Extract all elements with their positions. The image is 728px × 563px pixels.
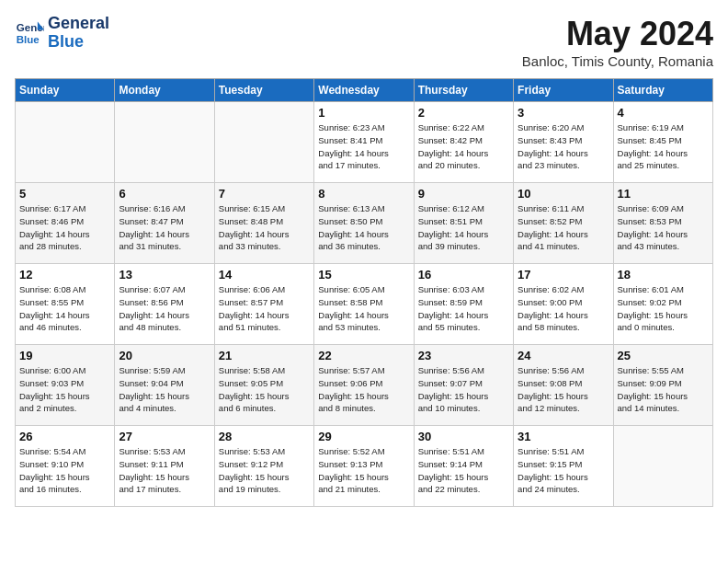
weekday-header-friday: Friday — [514, 79, 613, 102]
day-info: Sunrise: 5:51 AM Sunset: 9:15 PM Dayligh… — [518, 445, 609, 496]
calendar-cell — [214, 102, 313, 183]
calendar-cell: 26Sunrise: 5:54 AM Sunset: 9:10 PM Dayli… — [16, 426, 115, 507]
calendar-cell: 6Sunrise: 6:16 AM Sunset: 8:47 PM Daylig… — [115, 183, 214, 264]
day-number: 16 — [418, 268, 509, 282]
day-number: 11 — [618, 187, 709, 201]
calendar-cell: 8Sunrise: 6:13 AM Sunset: 8:50 PM Daylig… — [314, 183, 414, 264]
day-number: 1 — [318, 106, 409, 120]
day-info: Sunrise: 5:51 AM Sunset: 9:14 PM Dayligh… — [418, 445, 509, 496]
calendar-cell: 28Sunrise: 5:53 AM Sunset: 9:12 PM Dayli… — [214, 426, 313, 507]
day-number: 17 — [518, 268, 609, 282]
day-number: 13 — [119, 268, 210, 282]
calendar-week-row: 1Sunrise: 6:23 AM Sunset: 8:41 PM Daylig… — [16, 102, 713, 183]
calendar-cell: 25Sunrise: 5:55 AM Sunset: 9:09 PM Dayli… — [613, 345, 712, 426]
day-info: Sunrise: 5:59 AM Sunset: 9:04 PM Dayligh… — [119, 364, 210, 415]
day-number: 23 — [418, 349, 509, 362]
calendar-cell — [115, 102, 214, 183]
day-info: Sunrise: 5:53 AM Sunset: 9:11 PM Dayligh… — [119, 445, 210, 496]
calendar-cell: 14Sunrise: 6:06 AM Sunset: 8:57 PM Dayli… — [214, 264, 313, 345]
calendar-cell: 3Sunrise: 6:20 AM Sunset: 8:43 PM Daylig… — [514, 102, 613, 183]
day-info: Sunrise: 5:53 AM Sunset: 9:12 PM Dayligh… — [219, 445, 310, 496]
day-info: Sunrise: 5:55 AM Sunset: 9:09 PM Dayligh… — [618, 364, 709, 415]
day-number: 20 — [119, 349, 210, 362]
calendar-cell: 20Sunrise: 5:59 AM Sunset: 9:04 PM Dayli… — [115, 345, 214, 426]
svg-text:Blue: Blue — [17, 33, 40, 44]
weekday-header-thursday: Thursday — [414, 79, 513, 102]
day-number: 7 — [219, 187, 310, 201]
calendar-cell: 5Sunrise: 6:17 AM Sunset: 8:46 PM Daylig… — [16, 183, 115, 264]
calendar-week-row: 5Sunrise: 6:17 AM Sunset: 8:46 PM Daylig… — [16, 183, 713, 264]
day-number: 19 — [19, 349, 110, 362]
calendar-cell — [613, 426, 712, 507]
weekday-header-monday: Monday — [115, 79, 214, 102]
day-info: Sunrise: 5:58 AM Sunset: 9:05 PM Dayligh… — [219, 364, 310, 415]
day-info: Sunrise: 6:01 AM Sunset: 9:02 PM Dayligh… — [618, 283, 709, 334]
day-info: Sunrise: 6:00 AM Sunset: 9:03 PM Dayligh… — [19, 364, 110, 415]
day-number: 26 — [19, 430, 110, 443]
day-info: Sunrise: 6:23 AM Sunset: 8:41 PM Dayligh… — [318, 121, 409, 172]
calendar-table: SundayMondayTuesdayWednesdayThursdayFrid… — [15, 78, 713, 507]
day-number: 5 — [19, 187, 110, 201]
weekday-header-tuesday: Tuesday — [214, 79, 313, 102]
calendar-cell: 31Sunrise: 5:51 AM Sunset: 9:15 PM Dayli… — [514, 426, 613, 507]
day-number: 12 — [19, 268, 110, 282]
calendar-cell: 4Sunrise: 6:19 AM Sunset: 8:45 PM Daylig… — [613, 102, 712, 183]
logo-icon: General Blue — [15, 18, 44, 48]
day-info: Sunrise: 5:57 AM Sunset: 9:06 PM Dayligh… — [318, 364, 409, 415]
logo: General Blue General Blue — [15, 15, 109, 52]
day-number: 30 — [418, 430, 509, 443]
location-title: Banloc, Timis County, Romania — [522, 53, 713, 69]
calendar-cell — [16, 102, 115, 183]
logo-text: General Blue — [48, 15, 109, 52]
calendar-cell: 7Sunrise: 6:15 AM Sunset: 8:48 PM Daylig… — [214, 183, 313, 264]
month-title: May 2024 — [522, 15, 713, 53]
day-number: 2 — [418, 106, 509, 120]
title-block: May 2024 Banloc, Timis County, Romania — [522, 15, 713, 69]
day-info: Sunrise: 5:54 AM Sunset: 9:10 PM Dayligh… — [19, 445, 110, 496]
day-info: Sunrise: 6:12 AM Sunset: 8:51 PM Dayligh… — [418, 202, 509, 253]
day-info: Sunrise: 6:05 AM Sunset: 8:58 PM Dayligh… — [318, 283, 409, 334]
day-info: Sunrise: 6:13 AM Sunset: 8:50 PM Dayligh… — [318, 202, 409, 253]
calendar-cell: 12Sunrise: 6:08 AM Sunset: 8:55 PM Dayli… — [16, 264, 115, 345]
day-number: 15 — [318, 268, 409, 282]
calendar-cell: 17Sunrise: 6:02 AM Sunset: 9:00 PM Dayli… — [514, 264, 613, 345]
calendar-cell: 29Sunrise: 5:52 AM Sunset: 9:13 PM Dayli… — [314, 426, 414, 507]
day-number: 28 — [219, 430, 310, 443]
day-info: Sunrise: 6:16 AM Sunset: 8:47 PM Dayligh… — [119, 202, 210, 253]
calendar-cell: 21Sunrise: 5:58 AM Sunset: 9:05 PM Dayli… — [214, 345, 313, 426]
day-number: 8 — [318, 187, 409, 201]
calendar-week-row: 26Sunrise: 5:54 AM Sunset: 9:10 PM Dayli… — [16, 426, 713, 507]
calendar-week-row: 12Sunrise: 6:08 AM Sunset: 8:55 PM Dayli… — [16, 264, 713, 345]
day-info: Sunrise: 6:07 AM Sunset: 8:56 PM Dayligh… — [119, 283, 210, 334]
calendar-cell: 23Sunrise: 5:56 AM Sunset: 9:07 PM Dayli… — [414, 345, 513, 426]
day-number: 6 — [119, 187, 210, 201]
day-info: Sunrise: 6:06 AM Sunset: 8:57 PM Dayligh… — [219, 283, 310, 334]
day-number: 21 — [219, 349, 310, 362]
day-number: 18 — [618, 268, 709, 282]
calendar-cell: 27Sunrise: 5:53 AM Sunset: 9:11 PM Dayli… — [115, 426, 214, 507]
calendar-cell: 18Sunrise: 6:01 AM Sunset: 9:02 PM Dayli… — [613, 264, 712, 345]
calendar-cell: 11Sunrise: 6:09 AM Sunset: 8:53 PM Dayli… — [613, 183, 712, 264]
calendar-cell: 16Sunrise: 6:03 AM Sunset: 8:59 PM Dayli… — [414, 264, 513, 345]
day-number: 27 — [119, 430, 210, 443]
day-info: Sunrise: 5:56 AM Sunset: 9:07 PM Dayligh… — [418, 364, 509, 415]
calendar-cell: 13Sunrise: 6:07 AM Sunset: 8:56 PM Dayli… — [115, 264, 214, 345]
day-info: Sunrise: 5:56 AM Sunset: 9:08 PM Dayligh… — [518, 364, 609, 415]
day-number: 14 — [219, 268, 310, 282]
calendar-cell: 1Sunrise: 6:23 AM Sunset: 8:41 PM Daylig… — [314, 102, 414, 183]
day-info: Sunrise: 6:09 AM Sunset: 8:53 PM Dayligh… — [618, 202, 709, 253]
calendar-cell: 15Sunrise: 6:05 AM Sunset: 8:58 PM Dayli… — [314, 264, 414, 345]
day-info: Sunrise: 6:22 AM Sunset: 8:42 PM Dayligh… — [418, 121, 509, 172]
day-info: Sunrise: 6:03 AM Sunset: 8:59 PM Dayligh… — [418, 283, 509, 334]
day-info: Sunrise: 6:08 AM Sunset: 8:55 PM Dayligh… — [19, 283, 110, 334]
day-info: Sunrise: 6:17 AM Sunset: 8:46 PM Dayligh… — [19, 202, 110, 253]
calendar-week-row: 19Sunrise: 6:00 AM Sunset: 9:03 PM Dayli… — [16, 345, 713, 426]
weekday-header-row: SundayMondayTuesdayWednesdayThursdayFrid… — [16, 79, 713, 102]
day-info: Sunrise: 5:52 AM Sunset: 9:13 PM Dayligh… — [318, 445, 409, 496]
calendar-cell: 19Sunrise: 6:00 AM Sunset: 9:03 PM Dayli… — [16, 345, 115, 426]
day-number: 25 — [618, 349, 709, 362]
weekday-header-wednesday: Wednesday — [314, 79, 414, 102]
day-number: 10 — [518, 187, 609, 201]
calendar-cell: 2Sunrise: 6:22 AM Sunset: 8:42 PM Daylig… — [414, 102, 513, 183]
day-info: Sunrise: 6:15 AM Sunset: 8:48 PM Dayligh… — [219, 202, 310, 253]
